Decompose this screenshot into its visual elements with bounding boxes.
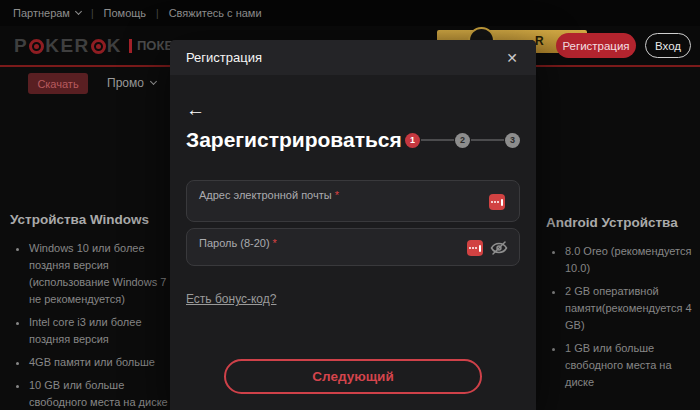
required-asterisk: *	[335, 189, 339, 201]
badge-text: R	[535, 34, 544, 48]
required-asterisk: *	[273, 237, 277, 249]
android-requirements: Android Устройства 8.0 Oreo (рекомендует…	[546, 215, 698, 397]
registration-modal: Регистрация ✕ ← Зарегистрироваться 1 2 3…	[170, 40, 536, 410]
pokerok-logo[interactable]: P KER K	[14, 35, 122, 57]
help-link[interactable]: Помощь	[104, 7, 147, 19]
password-field[interactable]: Пароль (8-20)*	[186, 228, 520, 266]
list-item: Windows 10 или более поздняя версия (исп…	[29, 240, 180, 308]
promo-menu[interactable]: Промо	[107, 76, 156, 90]
android-requirements-list: 8.0 Oreo (рекомендуется 10.0) 2 GB опера…	[546, 243, 698, 391]
list-item: 1 GB или больше свободного места на диск…	[565, 340, 698, 391]
list-item: 4GB памяти или больше	[29, 354, 180, 371]
password-manager-icon[interactable]	[489, 194, 505, 210]
target-o-icon	[29, 39, 44, 54]
list-item: Intel core i3 или более поздняя версия	[29, 314, 180, 348]
partners-link[interactable]: Партнерам	[13, 7, 81, 19]
chevron-down-icon	[150, 78, 157, 85]
partners-label: Партнерам	[13, 7, 70, 19]
windows-requirements-title: Устройства Windows	[10, 212, 180, 227]
help-label: Помощь	[104, 7, 147, 19]
list-item: 10 GB или больше свободного места на дис…	[29, 377, 180, 410]
password-field-label: Пароль (8-20)*	[199, 237, 277, 249]
android-requirements-title: Android Устройства	[546, 215, 698, 230]
step-connector	[421, 139, 454, 141]
back-arrow-icon[interactable]: ←	[186, 100, 205, 119]
chevron-down-icon	[75, 8, 82, 15]
logo-letter: K	[107, 35, 122, 57]
step-1: 1	[405, 133, 420, 148]
list-item: 8.0 Oreo (рекомендуется 10.0)	[565, 243, 698, 277]
email-label-text: Адрес электронной почты	[199, 189, 332, 201]
email-field[interactable]: Адрес электронной почты*	[186, 180, 520, 222]
modal-body: ← Зарегистрироваться 1 2 3 Адрес электро…	[170, 100, 536, 394]
logo-letter: P	[14, 35, 28, 57]
target-o-icon	[91, 39, 106, 54]
utility-bar: Партнерам | Помощь | Свяжитесь с нами	[0, 0, 700, 26]
separator: |	[91, 8, 94, 19]
header-login-button[interactable]: Вход	[645, 33, 691, 58]
windows-requirements-list: Windows 10 или более поздняя версия (исп…	[10, 240, 180, 410]
separator: |	[156, 8, 159, 19]
header-register-button[interactable]: Регистрация	[556, 33, 636, 58]
bonus-code-link[interactable]: Есть бонус-код?	[186, 292, 276, 306]
step-connector	[471, 139, 504, 141]
contact-link[interactable]: Свяжитесь с нами	[169, 7, 262, 19]
step-2: 2	[455, 133, 470, 148]
download-button[interactable]: Скачать	[28, 73, 88, 94]
list-item: 2 GB оперативной памяти(рекомендуется 4 …	[565, 283, 698, 334]
password-manager-icon[interactable]	[467, 240, 483, 256]
step-indicator: 1 2 3	[405, 133, 520, 148]
email-field-label: Адрес электронной почты*	[199, 189, 339, 201]
heading-row: Зарегистрироваться 1 2 3	[186, 128, 520, 152]
step-3: 3	[505, 133, 520, 148]
modal-header: Регистрация ✕	[170, 40, 536, 75]
contact-label: Свяжитесь с нами	[169, 7, 262, 19]
password-label-text: Пароль (8-20)	[199, 237, 270, 249]
close-icon[interactable]: ✕	[504, 49, 520, 67]
next-button[interactable]: Следующий	[224, 359, 482, 394]
red-divider-bar	[129, 39, 132, 53]
eye-off-icon[interactable]	[490, 239, 508, 260]
modal-title: Регистрация	[186, 50, 262, 65]
windows-requirements: Устройства Windows Windows 10 или более …	[10, 212, 180, 410]
promo-label: Промо	[107, 76, 144, 90]
register-heading: Зарегистрироваться	[186, 128, 402, 152]
logo-letters: KER	[45, 35, 90, 57]
